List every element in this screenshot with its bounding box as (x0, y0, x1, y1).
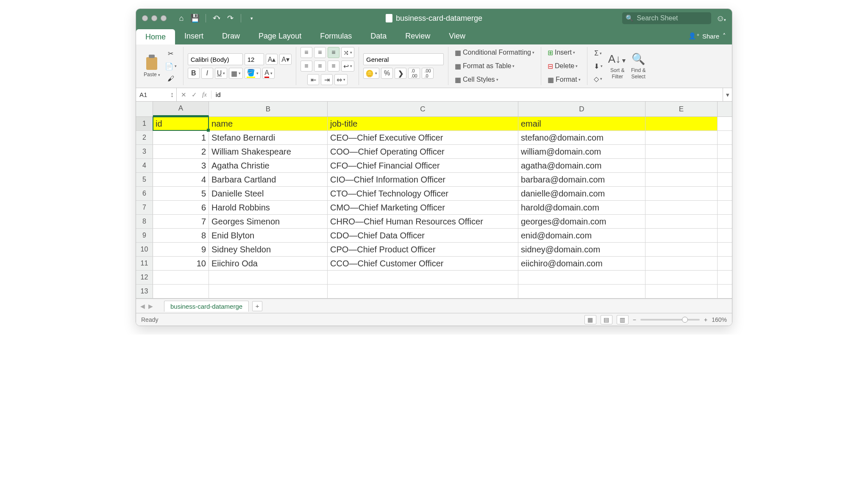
autosum-icon[interactable]: Σ▾ (592, 48, 604, 59)
cell[interactable]: job-title (328, 117, 518, 130)
cell[interactable]: CFO—Chief Financial Officer (328, 159, 518, 172)
italic-button[interactable]: I (201, 68, 213, 79)
cell[interactable]: 7 (153, 215, 209, 228)
cell[interactable] (518, 285, 645, 298)
cell[interactable] (645, 131, 718, 144)
cell[interactable]: barbara@domain.com (518, 173, 645, 186)
cell[interactable]: enid@domain.com (518, 229, 645, 242)
tab-home[interactable]: Home (136, 29, 175, 44)
col-header-D[interactable]: D (518, 102, 645, 116)
delete-cells[interactable]: ⊟ Delete▾ (545, 61, 580, 72)
cell[interactable] (645, 117, 718, 130)
table-row[interactable]: 65Danielle SteelCTO—Chief Technology Off… (136, 187, 732, 201)
cell[interactable]: Harold Robbins (209, 201, 328, 214)
merge-cells-icon[interactable]: ⇔▾ (334, 74, 348, 85)
cell[interactable] (153, 285, 209, 298)
collapse-ribbon-icon[interactable]: ˄ (723, 32, 726, 40)
cell[interactable]: CDO—Chief Data Officer (328, 229, 518, 242)
cell[interactable] (209, 271, 328, 284)
decrease-font-icon[interactable]: A▾ (279, 54, 292, 65)
cell[interactable]: CHRO—Chief Human Resources Officer (328, 215, 518, 228)
align-bottom-icon[interactable]: ≡ (328, 47, 339, 58)
cell[interactable]: CEO—Chief Executive Officer (328, 131, 518, 144)
col-header-B[interactable]: B (209, 102, 328, 116)
sort-filter-button[interactable]: Sort & Filter (610, 67, 624, 80)
cell[interactable]: danielle@domain.com (518, 187, 645, 200)
cell[interactable] (645, 257, 718, 270)
tab-insert[interactable]: Insert (175, 28, 213, 44)
cell[interactable]: sidney@domain.com (518, 243, 645, 256)
cell[interactable]: COO—Chief Operating Officer (328, 145, 518, 158)
cell[interactable]: CIO—Chief Information Officer (328, 173, 518, 186)
row-header[interactable]: 12 (136, 271, 153, 284)
comma-format-icon[interactable]: ❯ (395, 68, 406, 79)
zoom-level[interactable]: 160% (712, 316, 727, 323)
format-painter-icon[interactable]: 🖌 (165, 73, 177, 84)
format-as-table[interactable]: ▦ Format as Table▾ (453, 61, 517, 72)
enter-formula-icon[interactable]: ✓ (192, 91, 197, 99)
window-zoom[interactable] (161, 15, 167, 21)
tab-view[interactable]: View (440, 28, 475, 44)
table-row[interactable]: 1110Eiichiro OdaCCO—Chief Customer Offic… (136, 257, 732, 271)
increase-font-icon[interactable]: A▴ (266, 54, 278, 65)
cell[interactable]: Georges Simenon (209, 215, 328, 228)
window-minimize[interactable] (151, 15, 157, 21)
row-header[interactable]: 3 (136, 145, 153, 158)
fill-color-button[interactable]: 🪣▾ (245, 68, 261, 79)
table-row[interactable]: 98Enid BlytonCDO—Chief Data Officerenid@… (136, 229, 732, 243)
cell[interactable] (645, 271, 718, 284)
home-icon[interactable]: ⌂ (177, 14, 186, 23)
table-row[interactable]: 109Sidney SheldonCPO—Chief Product Offic… (136, 243, 732, 257)
table-row[interactable]: 87Georges SimenonCHRO—Chief Human Resour… (136, 215, 732, 229)
cell[interactable] (645, 215, 718, 228)
window-close[interactable] (142, 15, 148, 21)
cell[interactable] (645, 159, 718, 172)
cell[interactable]: 5 (153, 187, 209, 200)
font-color-button[interactable]: A▾ (262, 68, 275, 79)
row-header[interactable]: 7 (136, 201, 153, 214)
cell[interactable] (645, 173, 718, 186)
row-header[interactable]: 8 (136, 215, 153, 228)
row-header[interactable]: 11 (136, 257, 153, 270)
row-header[interactable]: 4 (136, 159, 153, 172)
prev-sheet-icon[interactable]: ◀ (140, 303, 145, 310)
cell[interactable]: Enid Blyton (209, 229, 328, 242)
cell[interactable]: CMO—Chief Marketing Officer (328, 201, 518, 214)
normal-view-icon[interactable]: ▦ (584, 315, 596, 324)
increase-indent-icon[interactable]: ⇥ (321, 74, 333, 85)
sheet-tab[interactable]: business-card-datamerge (164, 301, 249, 312)
col-header-C[interactable]: C (328, 102, 518, 116)
cell[interactable]: name (209, 117, 328, 130)
wrap-text-icon[interactable]: ↩▾ (341, 61, 354, 72)
cell[interactable]: georges@domain.com (518, 215, 645, 228)
cell[interactable] (645, 243, 718, 256)
cell[interactable]: 2 (153, 145, 209, 158)
cell[interactable]: william@domain.com (518, 145, 645, 158)
cell[interactable] (645, 229, 718, 242)
tab-formulas[interactable]: Formulas (311, 28, 361, 44)
table-row[interactable]: 12 (136, 271, 732, 285)
share-button[interactable]: 👤⁺ Share (688, 32, 719, 40)
save-icon[interactable]: 💾 (190, 14, 200, 23)
paste-button[interactable]: Paste▾ (144, 72, 160, 77)
percent-format-icon[interactable]: % (381, 68, 393, 79)
col-header-E[interactable]: E (645, 102, 718, 116)
align-middle-icon[interactable]: ≡ (314, 47, 326, 58)
cell[interactable]: Eiichiro Oda (209, 257, 328, 270)
cell[interactable]: eiichiro@domain.com (518, 257, 645, 270)
cell[interactable]: harold@domain.com (518, 201, 645, 214)
row-header[interactable]: 6 (136, 187, 153, 200)
format-cells[interactable]: ▦ Format▾ (545, 74, 583, 85)
cell[interactable]: email (518, 117, 645, 130)
table-row[interactable]: 32William ShakespeareCOO—Chief Operating… (136, 145, 732, 159)
row-header[interactable]: 1 (136, 117, 153, 130)
increase-decimal-icon[interactable]: .0.00 (408, 68, 420, 79)
cell[interactable] (645, 145, 718, 158)
cell[interactable]: stefano@domain.com (518, 131, 645, 144)
zoom-in-icon[interactable]: + (704, 316, 707, 323)
table-row[interactable]: 13 (136, 285, 732, 299)
cell[interactable]: agatha@domain.com (518, 159, 645, 172)
decrease-indent-icon[interactable]: ⇤ (307, 74, 319, 85)
cell[interactable] (209, 285, 328, 298)
cell[interactable]: 9 (153, 243, 209, 256)
